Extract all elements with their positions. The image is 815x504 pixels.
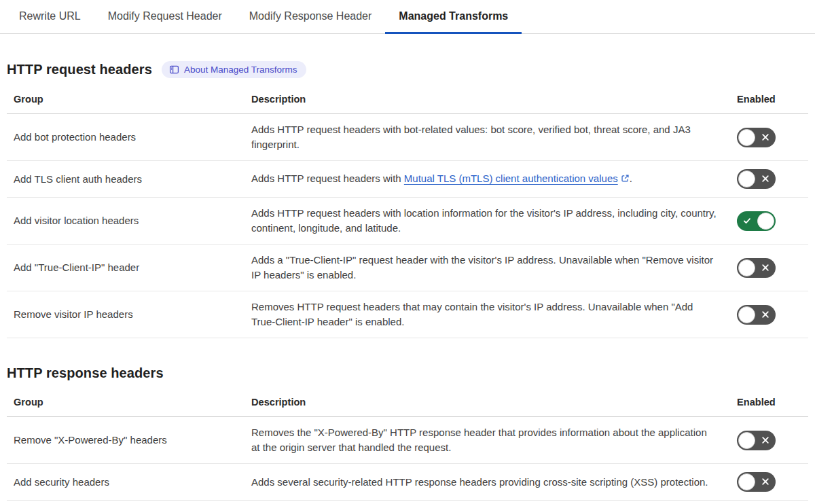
- toggle-knob: [738, 259, 755, 276]
- toggle-knob: [738, 129, 755, 146]
- enabled-toggle[interactable]: [737, 211, 776, 231]
- toggle-knob: [738, 432, 755, 449]
- x-icon: [761, 133, 769, 143]
- x-icon: [761, 478, 769, 488]
- row-description: Adds a "True-Client-IP" request header w…: [244, 245, 737, 291]
- enabled-toggle[interactable]: [737, 169, 776, 189]
- toggle-knob: [738, 473, 755, 490]
- x-icon: [761, 175, 769, 185]
- enabled-toggle[interactable]: [737, 128, 776, 147]
- about-managed-transforms-badge[interactable]: About Managed Transforms: [162, 61, 306, 78]
- request-headers-table: Group Description Enabled Add bot protec…: [7, 88, 808, 338]
- column-header-description: Description: [244, 88, 737, 113]
- badge-label: About Managed Transforms: [184, 65, 297, 75]
- response-headers-title: HTTP response headers: [7, 365, 164, 381]
- column-header-enabled: Enabled: [737, 391, 808, 416]
- tab-modify-request-header[interactable]: Modify Request Header: [94, 0, 236, 34]
- x-icon: [761, 436, 769, 446]
- mtls-link[interactable]: Mutual TLS (mTLS) client authentication …: [404, 173, 630, 184]
- table-row: Add TLS client auth headers Adds HTTP re…: [7, 161, 808, 198]
- response-table-header: Group Description Enabled: [7, 391, 808, 417]
- column-header-description: Description: [244, 391, 737, 416]
- request-headers-title: HTTP request headers: [7, 62, 152, 77]
- row-description: Adds HTTP request headers with Mutual TL…: [244, 163, 737, 195]
- enabled-toggle[interactable]: [737, 258, 776, 278]
- row-group: Add TLS client auth headers: [7, 164, 244, 195]
- tab-rewrite-url[interactable]: Rewrite URL: [5, 0, 94, 34]
- tab-managed-transforms[interactable]: Managed Transforms: [385, 0, 522, 34]
- column-header-group: Group: [7, 391, 244, 416]
- enabled-toggle[interactable]: [737, 431, 776, 450]
- x-icon: [761, 264, 769, 274]
- request-headers-section-head: HTTP request headers About Managed Trans…: [7, 61, 808, 78]
- column-header-enabled: Enabled: [737, 88, 808, 113]
- toggle-knob: [738, 306, 755, 323]
- row-group: Remove "X-Powered-By" headers: [7, 425, 244, 456]
- response-headers-section-head: HTTP response headers: [7, 365, 808, 381]
- row-description: Adds several security-related HTTP respo…: [244, 467, 737, 498]
- row-group: Remove visitor IP headers: [7, 299, 244, 330]
- request-table-header: Group Description Enabled: [7, 88, 808, 114]
- row-group: Add bot protection headers: [7, 122, 244, 153]
- row-description: Removes the "X-Powered-By" HTTP response…: [244, 417, 737, 463]
- toggle-knob: [738, 170, 755, 187]
- table-row: Remove "X-Powered-By" headers Removes th…: [7, 417, 808, 464]
- enabled-toggle[interactable]: [737, 305, 776, 325]
- table-row: Add security headers Adds several securi…: [7, 464, 808, 501]
- toggle-knob: [757, 213, 774, 230]
- tab-bar: Rewrite URL Modify Request Header Modify…: [0, 0, 815, 34]
- row-description: Adds HTTP request headers with bot-relat…: [244, 114, 737, 160]
- column-header-group: Group: [7, 88, 244, 113]
- row-group: Add "True-Client-IP" header: [7, 252, 244, 283]
- enabled-toggle[interactable]: [737, 472, 776, 492]
- table-row: Remove visitor IP headers Removes HTTP r…: [7, 291, 808, 338]
- table-row: Add bot protection headers Adds HTTP req…: [7, 114, 808, 161]
- response-headers-table: Group Description Enabled Remove "X-Powe…: [7, 391, 808, 501]
- tab-modify-response-header[interactable]: Modify Response Header: [236, 0, 386, 34]
- book-icon: [169, 65, 179, 75]
- table-row: Add "True-Client-IP" header Adds a "True…: [7, 245, 808, 291]
- row-group: Add security headers: [7, 467, 244, 498]
- x-icon: [761, 310, 769, 321]
- check-icon: [743, 217, 751, 227]
- table-row: Add visitor location headers Adds HTTP r…: [7, 198, 808, 245]
- row-group: Add visitor location headers: [7, 205, 244, 236]
- external-link-icon: [621, 172, 630, 187]
- row-description: Adds HTTP request headers with location …: [244, 198, 737, 244]
- row-description: Removes HTTP request headers that may co…: [244, 291, 737, 338]
